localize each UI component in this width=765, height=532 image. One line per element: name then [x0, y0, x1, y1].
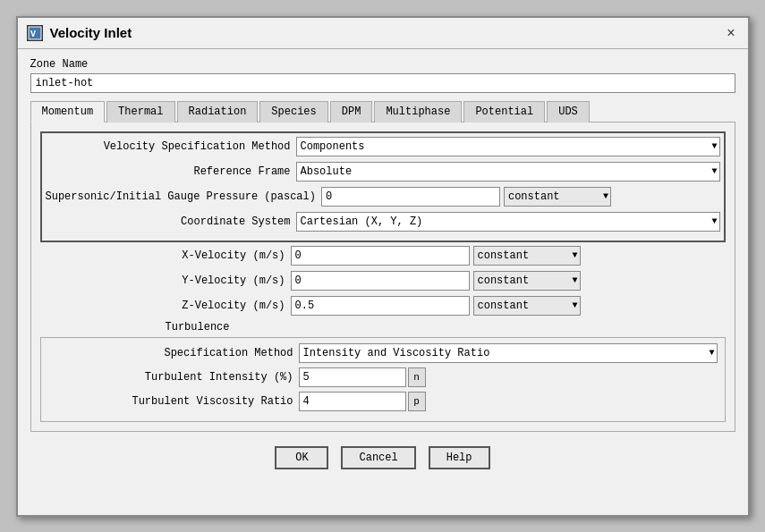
turb-viscosity-btn[interactable]: p	[408, 392, 426, 411]
spec-method-select[interactable]: Intensity and Viscosity Ratio	[299, 343, 718, 363]
tab-content-momentum: Velocity Specification Method Components…	[30, 122, 735, 432]
x-velocity-label: X-Velocity (m/s)	[40, 249, 291, 262]
zone-name-input[interactable]	[30, 73, 735, 93]
tab-radiation[interactable]: Radiation	[177, 101, 259, 122]
turbulence-section: Specification Method Intensity and Visco…	[40, 337, 726, 422]
reference-frame-control: Absolute ▼	[296, 162, 720, 182]
velocity-inlet-dialog: V Velocity Inlet × Zone Name Momentum Th…	[16, 16, 750, 517]
supersonic-const-select[interactable]: constant	[504, 187, 611, 207]
reference-frame-row: Reference Frame Absolute ▼	[46, 162, 720, 182]
buttons-row: OK Cancel Help	[30, 446, 735, 478]
z-velocity-label: Z-Velocity (m/s)	[40, 300, 291, 312]
tab-uds[interactable]: UDS	[547, 101, 590, 122]
tab-thermal[interactable]: Thermal	[106, 101, 174, 122]
turb-intensity-input[interactable]	[299, 367, 406, 387]
cancel-button[interactable]: Cancel	[341, 446, 415, 469]
supersonic-const-wrapper: constant ▼	[504, 187, 611, 207]
tab-potential[interactable]: Potential	[463, 101, 545, 122]
supersonic-input[interactable]	[321, 187, 500, 207]
y-velocity-input[interactable]	[291, 271, 470, 291]
supersonic-label: Supersonic/Initial Gauge Pressure (pasca…	[46, 190, 321, 203]
coordinate-wrapper: Cartesian (X, Y, Z) ▼	[296, 212, 720, 232]
velocity-spec-label: Velocity Specification Method	[46, 140, 296, 153]
x-velocity-const-select[interactable]: constant	[473, 246, 581, 266]
coordinate-label: Coordinate System	[46, 215, 296, 228]
tab-momentum[interactable]: Momentum	[30, 101, 106, 122]
highlight-box: Velocity Specification Method Components…	[40, 131, 726, 242]
reference-frame-label: Reference Frame	[46, 165, 296, 178]
spec-method-control: Intensity and Viscosity Ratio ▼	[299, 343, 718, 363]
tabs-row: Momentum Thermal Radiation Species DPM M…	[30, 100, 735, 122]
coordinate-select[interactable]: Cartesian (X, Y, Z)	[296, 212, 720, 232]
turb-intensity-btn[interactable]: n	[408, 367, 426, 387]
supersonic-row: Supersonic/Initial Gauge Pressure (pasca…	[46, 187, 720, 207]
turb-viscosity-control: p	[299, 392, 426, 411]
turb-viscosity-row: Turbulent Viscosity Ratio p	[48, 392, 718, 411]
turb-intensity-row: Turbulent Intensity (%) n	[48, 367, 718, 387]
spec-method-row: Specification Method Intensity and Visco…	[48, 343, 718, 363]
velocity-spec-control: Components ▼	[296, 137, 720, 156]
y-velocity-const-wrapper: constant ▼	[473, 271, 581, 291]
z-velocity-row: Z-Velocity (m/s) constant ▼	[40, 296, 726, 316]
zone-name-label: Zone Name	[30, 58, 735, 71]
velocity-spec-select[interactable]: Components	[296, 137, 720, 156]
z-velocity-input[interactable]	[291, 296, 470, 316]
turb-viscosity-input[interactable]	[299, 392, 406, 411]
z-velocity-const-wrapper: constant ▼	[473, 296, 581, 316]
x-velocity-const-wrapper: constant ▼	[473, 246, 581, 266]
dialog-body: Zone Name Momentum Thermal Radiation Spe…	[18, 49, 748, 487]
y-velocity-const-select[interactable]: constant	[473, 271, 581, 291]
x-velocity-control: constant ▼	[291, 246, 726, 266]
reference-frame-select[interactable]: Absolute	[296, 162, 720, 182]
z-velocity-control: constant ▼	[291, 296, 726, 316]
title-bar: V Velocity Inlet ×	[18, 18, 748, 49]
spec-method-wrapper: Intensity and Viscosity Ratio ▼	[299, 343, 718, 363]
velocity-spec-wrapper: Components ▼	[296, 137, 720, 156]
tab-dpm[interactable]: DPM	[330, 101, 373, 122]
app-icon: V	[27, 25, 43, 41]
help-button[interactable]: Help	[429, 446, 490, 469]
tab-species[interactable]: Species	[259, 101, 327, 122]
y-velocity-row: Y-Velocity (m/s) constant ▼	[40, 271, 726, 291]
dialog-title: Velocity Inlet	[50, 25, 132, 40]
x-velocity-input[interactable]	[291, 246, 470, 266]
svg-text:V: V	[30, 30, 36, 39]
turb-intensity-label: Turbulent Intensity (%)	[48, 371, 299, 384]
ok-button[interactable]: OK	[275, 446, 328, 469]
y-velocity-control: constant ▼	[291, 271, 726, 291]
title-bar-left: V Velocity Inlet	[27, 25, 132, 41]
y-velocity-label: Y-Velocity (m/s)	[40, 274, 291, 287]
velocity-spec-row: Velocity Specification Method Components…	[46, 137, 720, 156]
x-velocity-row: X-Velocity (m/s) constant ▼	[40, 246, 726, 266]
coordinate-control: Cartesian (X, Y, Z) ▼	[296, 212, 720, 232]
spec-method-label: Specification Method	[48, 347, 299, 359]
supersonic-control: constant ▼	[321, 187, 720, 207]
reference-frame-wrapper: Absolute ▼	[296, 162, 720, 182]
close-button[interactable]: ×	[723, 25, 738, 41]
tab-multiphase[interactable]: Multiphase	[374, 101, 462, 122]
coordinate-row: Coordinate System Cartesian (X, Y, Z) ▼	[46, 212, 720, 232]
turb-viscosity-label: Turbulent Viscosity Ratio	[48, 395, 299, 408]
turb-intensity-control: n	[299, 367, 426, 387]
turbulence-section-label: Turbulence	[40, 321, 726, 334]
z-velocity-const-select[interactable]: constant	[473, 296, 581, 316]
